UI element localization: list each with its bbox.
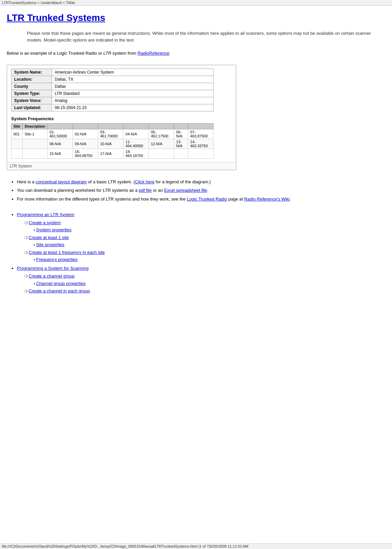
cell-f5: 05-462.17500: [149, 129, 174, 139]
freq-header-row: Site Description: [11, 123, 214, 129]
nav-subsub-1-3-1: Frequency properties: [34, 256, 379, 263]
intro-text: Please note that these pages are meant a…: [27, 30, 379, 43]
below-text: Below is an example of a Logic Trunked R…: [7, 50, 379, 57]
bullet-item-1: Here is a conceptual layout diagram of a…: [17, 179, 379, 185]
row-value: American Airlines Center System: [52, 69, 214, 76]
nav-sub-1-2: Create at least 1 site Site properties: [24, 234, 379, 248]
cell-desc: [23, 149, 48, 158]
create-frequency-link[interactable]: Create at least 1 frequency in each site: [29, 250, 105, 255]
col-desc: Description: [23, 123, 48, 129]
excel-link[interactable]: Excel spreadsheet file: [164, 188, 207, 193]
row-value: Dallas: [52, 83, 214, 90]
row-value: 08-15-2004 21:23: [52, 104, 214, 111]
bullet-1-mid: of a basic LTR system. (: [87, 179, 135, 184]
cell-f6: 13-N/A: [174, 139, 188, 149]
figure-caption: LTR System: [7, 162, 236, 170]
row-label: Last Updated:: [11, 104, 52, 111]
cell-site: [11, 149, 23, 158]
cell-site: [11, 139, 23, 149]
cell-f6: 06-N/A: [174, 129, 188, 139]
frequency-properties-link[interactable]: Frequency properties: [36, 257, 78, 262]
cell-desc: [23, 139, 48, 149]
nav-subsub-2-1-1: Channel group properties: [34, 280, 379, 287]
col-site: Site: [11, 123, 23, 129]
cell-f4: 18-464.18750: [123, 149, 149, 158]
cell-site: 001: [11, 129, 23, 139]
radio-reference-link[interactable]: RadioReference: [138, 51, 169, 56]
col-f5: [149, 123, 174, 129]
cell-f1: 01-461.50000: [47, 129, 73, 139]
programming-ltr-link[interactable]: Programming an LTR System: [17, 212, 74, 217]
below-text-2: system from: [111, 51, 138, 56]
ltr-table-wrap: System Name: American Airlines Center Sy…: [7, 65, 236, 162]
nav-sub-list-2: Create a channel group Channel group pro…: [17, 273, 379, 294]
below-text-1: Below is an example of a Logic Trunked R…: [7, 51, 103, 56]
table-row: System Type: LTR Standard: [11, 90, 214, 97]
page-content: LTR Trunked Systems Please note that the…: [0, 6, 392, 312]
create-system-link[interactable]: Create a system: [29, 220, 61, 225]
row-value: LTR Standard: [52, 90, 214, 97]
ltr-figure-container: System Name: American Airlines Center Sy…: [7, 61, 379, 172]
channel-group-properties-link[interactable]: Channel group properties: [36, 281, 86, 286]
col-f7: [188, 123, 213, 129]
nav-subsub-1-2-1: Site properties: [34, 241, 379, 248]
nav-item-1: Programming an LTR System Create a syste…: [17, 211, 379, 263]
cell-f7: 14-463.33750: [188, 139, 213, 149]
nav-subsub-1-1-1: System properties: [34, 227, 379, 233]
site-properties-link[interactable]: Site properties: [36, 242, 64, 247]
nav-subsub-2-1: Channel group properties: [24, 280, 379, 287]
cell-f4: 04-N/A: [123, 129, 149, 139]
main-bullet-list: Here is a conceptual layout diagram of a…: [7, 179, 379, 203]
row-value: Analog: [52, 97, 214, 104]
freq-data-row-2: 08-N/A 09-N/A 10-N/A 11-464.40000 12-N/A…: [11, 139, 214, 149]
click-here-link[interactable]: Click here: [135, 179, 155, 184]
cell-f7: [188, 149, 213, 158]
below-text-3: :: [169, 51, 171, 56]
pdf-file-link[interactable]: pdf file: [139, 188, 151, 193]
radio-reference-wiki-link[interactable]: Radio Reference's Wiki: [244, 197, 290, 202]
cell-f6: [174, 149, 188, 158]
bullet-3-pre: For more information on the different ty…: [17, 197, 187, 202]
cell-f1: 08-N/A: [47, 139, 73, 149]
cell-f3: 03-461.70000: [98, 129, 123, 139]
nav-sub-2-1: Create a channel group Channel group pro…: [24, 273, 379, 287]
col-f2: [73, 123, 98, 129]
bullet-2-pre: You can download a planning worksheet fo…: [17, 188, 139, 193]
cell-f2: 16-464.08750: [73, 149, 98, 158]
page-heading: LTR Trunked Systems: [7, 12, 379, 23]
bullet-2-post: .: [207, 188, 208, 193]
info-table: System Name: American Airlines Center Sy…: [11, 69, 214, 111]
bullet-1-post: for a legend of the diagram.): [155, 179, 211, 184]
cell-f3: 17-N/A: [98, 149, 123, 158]
create-channel-link[interactable]: Create a channel in each group: [29, 288, 90, 293]
create-channel-group-link[interactable]: Create a channel group: [29, 273, 75, 279]
freq-table: Site Description 00: [11, 123, 214, 159]
nav-subsub-1-3: Frequency properties: [24, 256, 379, 263]
nav-sub-1-1: Create a system System properties: [24, 219, 379, 233]
cell-f4: 11-464.40000: [123, 139, 149, 149]
freq-data-row-3: 15-N/A 16-464.08750 17-N/A 18-464.18750: [11, 149, 214, 158]
nav-subsub-1-2: Site properties: [24, 241, 379, 248]
bullet-2-mid: or an: [152, 188, 164, 193]
browser-title-bar: LTRTrunkedSystems < UnidenMan4 < TWiki: [0, 0, 392, 6]
nav-bullet-list: Programming an LTR System Create a syste…: [7, 211, 379, 294]
cell-f7: 07-463.87500: [188, 129, 213, 139]
row-label: System Type:: [11, 90, 52, 97]
nav-sub-list-1: Create a system System properties Create…: [17, 219, 379, 263]
ltr-system-figure: System Name: American Airlines Center Sy…: [7, 65, 236, 170]
browser-title-text: LTRTrunkedSystems < UnidenMan4 < TWiki: [2, 1, 75, 5]
cell-f5: 12-N/A: [149, 139, 174, 149]
table-row: Location: Dallas, TX: [11, 76, 214, 83]
create-site-link[interactable]: Create at least 1 site: [29, 235, 69, 240]
logic-trunked-radio-link[interactable]: Logic Trunked Radio: [187, 197, 227, 202]
col-f3: [98, 123, 123, 129]
col-f1: [47, 123, 73, 129]
row-label: County: [11, 83, 52, 90]
row-label: System Voice:: [11, 97, 52, 104]
bullet-3-mid: page at: [227, 197, 244, 202]
conceptual-layout-link[interactable]: conceptual layout diagram: [36, 179, 87, 184]
ltr-italic: LTR: [103, 51, 111, 56]
programming-scanning-link[interactable]: Programming a System for Scanning: [17, 266, 88, 271]
system-properties-link[interactable]: System properties: [36, 227, 72, 232]
bullet-item-2: You can download a planning worksheet fo…: [17, 187, 379, 194]
